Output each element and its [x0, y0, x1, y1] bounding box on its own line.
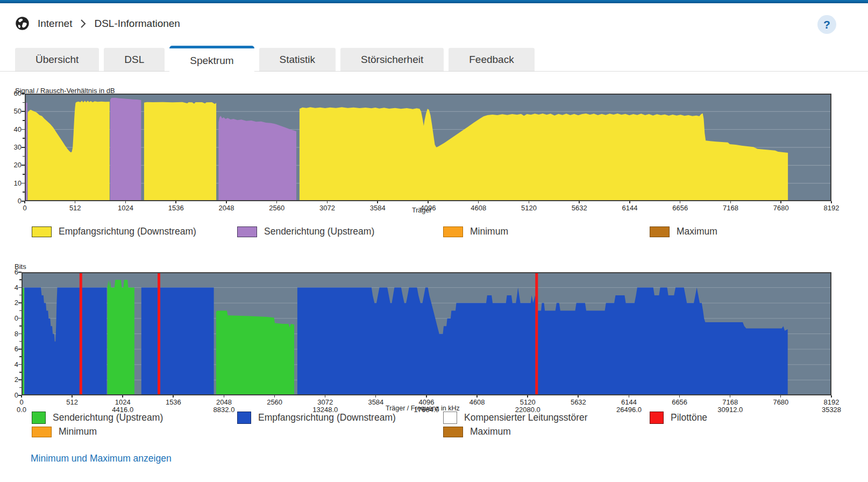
bits-ytick-mark	[18, 349, 22, 350]
legend-label: Empfangsrichtung (Downstream)	[59, 226, 196, 237]
bits-ytick-minor	[19, 341, 22, 342]
snr-xtick-label: 3584	[359, 204, 396, 212]
bits-xtick-label: 4608	[458, 398, 496, 406]
legend-bits-maximum: Maximum	[443, 426, 511, 437]
bits-ytick-label: 6	[4, 345, 18, 353]
legend-bits-pilottoene: Pilottöne	[650, 412, 707, 424]
tab-uebersicht[interactable]: Übersicht	[15, 48, 99, 72]
minimum-color-swatch	[32, 427, 52, 437]
legend-bits-minimum: Minimum	[32, 426, 97, 437]
snr-ytick-mark	[22, 129, 25, 130]
snr-xtick-mark	[529, 201, 530, 203]
tab-spektrum[interactable]: Spektrum	[169, 46, 254, 73]
maximum-color-swatch	[443, 427, 463, 437]
bits-ytick-label: 4	[4, 360, 18, 368]
help-question-mark: ?	[823, 18, 830, 31]
maximum-color-swatch	[650, 226, 670, 237]
bits-ytick-minor	[19, 310, 22, 311]
bits-ytick-label: 8	[4, 330, 18, 338]
bits-ytick-mark	[18, 272, 22, 273]
tab-feedback[interactable]: Feedback	[449, 48, 534, 72]
minimum-color-swatch	[443, 226, 463, 237]
snr-ytick-mark	[22, 111, 25, 112]
bits-xtick-mark	[173, 395, 174, 398]
snr-xtick-label: 7680	[762, 204, 800, 212]
snr-ytick-label: 50	[8, 107, 22, 115]
legend-label: Minimum	[470, 226, 508, 237]
snr-xtick-label: 2560	[258, 204, 296, 212]
bits-xtick-label: 7680	[762, 398, 800, 406]
bits-xtick-mark	[679, 395, 680, 398]
snr-ytick-minor	[23, 102, 25, 103]
bits-xaxis-label: Träger / Frequenz in kHz	[386, 405, 460, 412]
snr-xtick-mark	[629, 201, 630, 203]
snr-ytick-minor	[23, 156, 25, 157]
snr-xtick-mark	[377, 201, 378, 203]
legend-bits-downstream: Empfangsrichtung (Downstream)	[237, 412, 396, 424]
snr-ytick-minor	[23, 174, 25, 175]
bits-ytick-mark	[18, 379, 22, 380]
bits-ytick-mark	[18, 302, 22, 303]
downstream-color-swatch	[237, 412, 251, 424]
snr-xtick-mark	[579, 201, 580, 203]
help-button[interactable]: ?	[817, 15, 836, 34]
snr-xtick-label: 2048	[208, 204, 245, 212]
breadcrumb-section[interactable]: Internet	[38, 18, 72, 30]
bits-xtick-mark	[730, 395, 731, 398]
bits-xtick-mark	[21, 395, 22, 398]
snr-plot-area	[25, 94, 831, 201]
bits-ytick-minor	[19, 325, 22, 327]
bits-xtick-label: 1024	[104, 398, 141, 406]
legend-bits-upstream: Senderichtung (Upstream)	[32, 412, 163, 424]
snr-xtick-label: 1024	[107, 204, 145, 212]
snr-xtick-label: 512	[56, 204, 94, 212]
downstream-color-swatch	[32, 226, 52, 237]
snr-ytick-minor	[23, 192, 25, 193]
snr-xtick-mark	[730, 201, 731, 203]
bits-freq-label: 35328	[813, 406, 850, 414]
snr-xtick-mark	[428, 201, 429, 203]
snr-xtick-label: 0	[6, 204, 44, 212]
bits-ytick-minor	[19, 295, 22, 296]
snr-xtick-mark	[175, 201, 176, 203]
tab-stoersicherheit[interactable]: Störsicherheit	[340, 48, 444, 72]
bits-chart: 0246802460512102415362048256030723584409…	[0, 272, 868, 412]
snr-xtick-label: 6144	[611, 204, 649, 212]
legend-label: Senderichtung (Upstream)	[53, 412, 163, 423]
snr-ytick-label: 40	[8, 125, 22, 133]
bits-xtick-label: 5120	[509, 398, 546, 406]
legend-label: Kompensierter Leitungsstörer	[464, 412, 588, 423]
bits-freq-label: 30912.0	[712, 406, 749, 414]
bits-xtick-mark	[527, 395, 528, 398]
legend-label: Senderichtung (Upstream)	[264, 226, 374, 237]
bits-xtick-label: 1536	[154, 398, 192, 406]
snr-ytick-mark	[22, 183, 25, 184]
show-min-max-link[interactable]: Minimum und Maximum anzeigen	[31, 453, 172, 464]
snr-xtick-mark	[276, 201, 278, 203]
breadcrumb: Internet DSL-Informationen	[15, 16, 180, 31]
legend-snr-maximum: Maximum	[650, 226, 717, 237]
bits-xtick-mark	[831, 395, 832, 398]
bits-ytick-label: 0	[4, 314, 18, 322]
bits-xtick-label: 3072	[307, 398, 344, 406]
bits-xtick-label: 7168	[712, 398, 749, 406]
tab-statistik[interactable]: Statistik	[259, 48, 336, 72]
snr-xtick-label: 1536	[157, 204, 195, 212]
tab-dsl[interactable]: DSL	[104, 48, 165, 72]
bits-xtick-mark	[375, 395, 376, 398]
snr-xtick-label: 7168	[712, 204, 750, 212]
bits-xtick-label: 6656	[661, 398, 699, 406]
legend-snr-downstream: Empfangsrichtung (Downstream)	[32, 226, 196, 237]
snr-chart: 0102030405060051210241536204825603072358…	[0, 94, 868, 220]
legend-label: Empfangsrichtung (Downstream)	[258, 412, 396, 423]
snr-xtick-mark	[125, 201, 126, 203]
bits-xtick-label: 5632	[559, 398, 597, 406]
kompensierter-color-swatch	[443, 412, 457, 424]
bits-xtick-label: 0	[3, 398, 40, 406]
bits-xtick-label: 2560	[256, 398, 294, 406]
bits-xtick-mark	[274, 395, 275, 398]
snr-xtick-label: 5120	[510, 204, 548, 212]
snr-xtick-mark	[780, 201, 781, 203]
top-accent-bar	[0, 0, 868, 3]
tab-bar: Übersicht DSL Spektrum Statistik Störsic…	[15, 46, 535, 72]
